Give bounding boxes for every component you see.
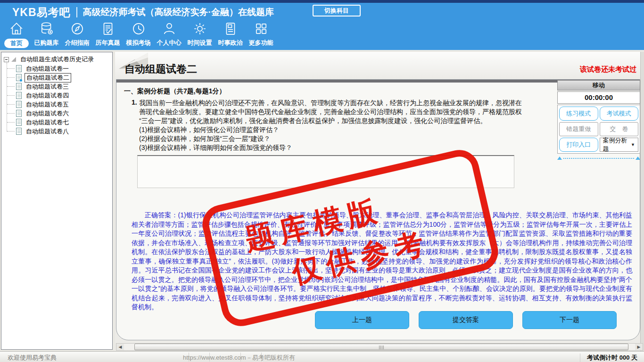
panel-resize-handle[interactable]	[557, 156, 640, 160]
tree-item-paper1[interactable]: 自动组题试卷一	[16, 64, 111, 73]
submit-answer-button[interactable]: 提交答案	[419, 311, 513, 329]
tree-item-paper7[interactable]: 自动组题试卷七	[16, 118, 111, 127]
answer-textarea[interactable]	[137, 155, 514, 188]
paper-icon	[16, 101, 22, 108]
status-bar: 欢迎使用易考宝典 https://www.etest8.com－易考吧版权所有 …	[0, 351, 644, 362]
question-type-value: 案例分析题	[603, 136, 631, 153]
section-title: 一、案例分析题（共7题,每题1分）	[124, 87, 225, 96]
sub-question: (2)根据会议精神，如何加强“三会一层”建设？	[139, 134, 544, 143]
next-question-button[interactable]: 下一题	[522, 311, 617, 329]
tree-item-paper3[interactable]: 自动组题试卷三	[16, 82, 111, 91]
folder-icon	[11, 57, 17, 62]
main-toolbar: 首页 已购题库 介绍指南 历年真题 模拟考场 个人中心 时间设置 时事政治	[2, 21, 276, 48]
tree-item-paper5[interactable]: 自动组题试卷五	[16, 100, 111, 109]
tree-item-label: 自动组题试卷一	[25, 65, 70, 73]
database-icon	[39, 21, 55, 37]
paper-icon	[16, 119, 22, 126]
paper-icon	[16, 92, 22, 99]
submit-paper-button[interactable]: 交 卷	[600, 122, 639, 136]
tree-item-label-selected: 自动组题试卷二	[25, 73, 71, 82]
compass-icon	[69, 21, 85, 37]
scrollbar-track[interactable]	[124, 344, 635, 350]
paper-icon	[16, 65, 22, 72]
tree-item-paper8[interactable]: 自动组题试卷八	[16, 127, 111, 136]
scroll-left-arrow[interactable]: ◀	[116, 344, 124, 350]
tree-item-label: 自动组题试卷四	[25, 91, 70, 100]
home-icon	[8, 21, 25, 37]
previous-question-button[interactable]: 上一题	[315, 311, 409, 329]
nav-label: 历年真题	[96, 39, 120, 47]
correct-answer-text: 正确答案：(1)银行保险机构公司治理监管评估内容主要包括党的领导、股东治理、董事…	[132, 211, 632, 312]
vertical-scrollbar[interactable]	[640, 52, 644, 351]
tree-item-label: 自动组题试卷三	[25, 82, 70, 91]
tree-item-label: 自动组题试卷五	[25, 100, 70, 109]
nav-item-purchased[interactable]: 已购题库	[31, 21, 62, 48]
nav-label: 更多功能	[249, 39, 273, 47]
copyright-text: https://www.etest8.com－易考吧版权所有	[183, 354, 295, 362]
tree-item-label: 自动组题试卷六	[25, 109, 70, 118]
question-type-dropdown[interactable]: 案例分析题 ▼	[600, 138, 639, 152]
up-arrow-icon	[557, 156, 562, 160]
paper-icon	[16, 110, 22, 117]
not-examined-note: 该试卷还未考试过	[580, 65, 636, 74]
exam-mode-button[interactable]: 考试模式	[600, 107, 639, 121]
nav-item-current-affairs[interactable]: 时事政治	[215, 21, 246, 48]
nav-item-home[interactable]: 首页	[2, 21, 31, 48]
user-icon	[161, 21, 177, 37]
tree-item-paper6[interactable]: 自动组题试卷六	[16, 109, 111, 118]
switch-subject-button[interactable]: 切换科目	[313, 5, 361, 16]
redo-wrong-button[interactable]: 错题重做	[559, 122, 598, 136]
nav-label: 模拟考场	[126, 39, 151, 47]
nav-label: 已购题库	[34, 39, 59, 47]
welcome-text: 欢迎使用易考宝典	[8, 354, 57, 362]
brand-divider	[76, 7, 77, 17]
main-content: 自动组题试卷二 该试卷还未考试过 一、案例分析题（共7题,每题1分） 1. 我国…	[115, 52, 644, 351]
up-arrow-icon	[636, 156, 640, 160]
tree-item-label: 自动组题试卷八	[25, 127, 70, 136]
question-body: 我国当前一些金融机构的公司治理还不完善，在风险意识、管理制度等方面存在欠缺，经营…	[139, 99, 544, 152]
nav-item-profile[interactable]: 个人中心	[154, 21, 184, 48]
grid-icon	[253, 21, 269, 37]
nav-item-guide[interactable]: 介绍指南	[62, 21, 92, 48]
nav-item-time-settings[interactable]: 时间设置	[184, 21, 215, 48]
scrollbar-grip	[379, 346, 384, 349]
tree-root-node[interactable]: 自动组题生成试卷历史记录	[3, 55, 111, 64]
nav-label: 时间设置	[188, 39, 212, 47]
tree-item-paper4[interactable]: 自动组题试卷四	[16, 91, 111, 100]
paper-title-band: 自动组题试卷二 该试卷还未考试过	[115, 52, 644, 79]
collapse-icon[interactable]	[4, 57, 9, 62]
mover-panel-title[interactable]: 移动	[557, 80, 640, 90]
nav-item-more[interactable]: 更多功能	[246, 21, 276, 48]
practice-mode-button[interactable]: 练习模式	[559, 107, 598, 121]
question-number: 1.	[132, 99, 137, 106]
history-sidebar: 自动组题生成试卷历史记录 自动组题试卷一 自动组题试卷二 自动组题试卷三 自动组…	[1, 52, 113, 350]
exam-countdown: 考试倒计时 000 天	[580, 354, 637, 362]
question-line: 善现代金融企业制度。要建立健全中国特色现代金融企业制度，完善金融企业公司治理结构…	[139, 107, 544, 116]
nav-item-mock-exam[interactable]: 模拟考场	[123, 21, 154, 48]
nav-item-past-papers[interactable]: 历年真题	[92, 21, 123, 48]
document-check-icon	[100, 21, 116, 37]
mover-panel: 移动 00:00:00 练习模式 考试模式 错题重做 交 卷 打印入口 案例分析…	[557, 80, 640, 160]
paper-title: 自动组题试卷二	[124, 62, 197, 76]
question-line: 我国当前一些金融机构的公司治理还不完善，在风险意识、管理制度等方面存在欠缺，经营…	[139, 99, 544, 107]
scrollbar-thumb[interactable]	[134, 344, 628, 350]
exam-timer: 00:00:00	[557, 91, 640, 104]
sub-question: (3)根据会议精神，详细阐明如何全面加强党的领导？	[139, 143, 544, 152]
print-entry-button[interactable]: 打印入口	[559, 138, 598, 152]
news-icon	[223, 21, 239, 37]
tree-root-label: 自动组题生成试卷历史记录	[19, 55, 95, 64]
horizontal-scrollbar[interactable]: ◀ ▶	[116, 343, 643, 351]
nav-label: 首页	[4, 39, 29, 48]
paper-icon	[16, 83, 22, 90]
tree-item-label: 自动组题试卷七	[25, 118, 70, 127]
nav-label: 个人中心	[157, 39, 182, 47]
nav-label: 介绍指南	[65, 39, 90, 47]
app-logo: YKB易考吧	[12, 5, 71, 20]
app-header: YKB易考吧 高级经济师考试（高级经济实务·金融）在线题库 切换科目 首页 已购…	[0, 0, 644, 50]
sub-question: (1)根据会议精神，如何强化公司治理监督评估？	[139, 125, 544, 134]
scroll-right-arrow[interactable]: ▶	[635, 344, 643, 350]
tree-item-paper2[interactable]: 自动组题试卷二	[16, 73, 111, 82]
app-title: 高级经济师考试（高级经济实务·金融）在线题库	[83, 6, 274, 18]
paper-selected-icon	[16, 74, 22, 81]
dotted-line	[563, 158, 634, 159]
